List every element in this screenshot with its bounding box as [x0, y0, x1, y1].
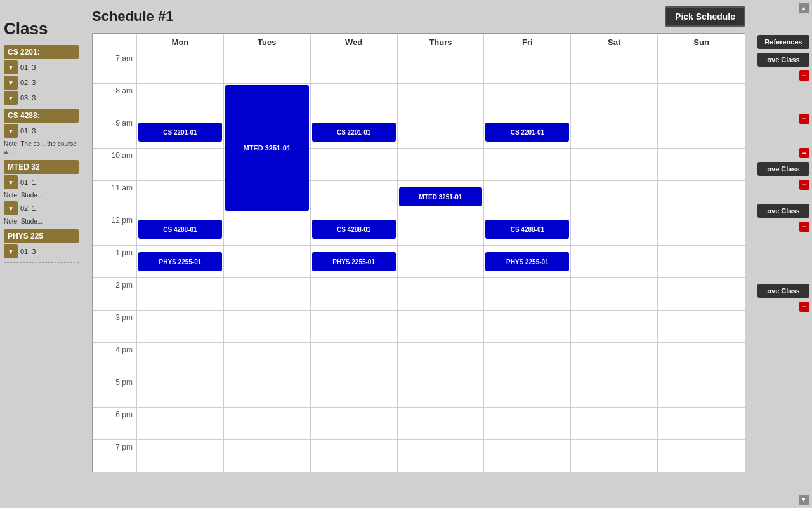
section-row: ▼ 01 3	[4, 244, 79, 258]
remove-cs2201-button[interactable]: ove Class	[757, 53, 809, 67]
section-dropdown-cs2201-02[interactable]: ▼	[4, 76, 18, 90]
header-mon: Mon	[137, 34, 224, 51]
section-label: 01 1	[20, 178, 36, 186]
cell-sun-7am	[658, 51, 745, 83]
phys2255-01-wed-block[interactable]: PHYS 2255-01	[312, 252, 396, 271]
cell-wed-3pm	[311, 311, 398, 342]
cell-sun-9am	[658, 116, 745, 148]
remove-mted32-red-button[interactable]: −	[799, 222, 809, 232]
cell-thurs-6pm	[398, 408, 485, 439]
cell-sat-12pm	[571, 213, 658, 245]
scroll-down-arrow[interactable]: ▼	[799, 495, 809, 505]
section-label: 02 1	[20, 204, 36, 212]
cell-fri-9am: CS 2201-01	[484, 116, 571, 148]
cell-sat-9am	[571, 116, 658, 148]
phys2255-01-fri-block[interactable]: PHYS 2255-01	[485, 252, 569, 271]
section-dropdown-mted32-01[interactable]: ▼	[4, 175, 18, 189]
cell-mon-7pm	[137, 440, 224, 472]
cs2201-01-mon-block[interactable]: CS 2201-01	[138, 123, 222, 142]
cell-fri-1pm: PHYS 2255-01	[484, 246, 571, 277]
section-label: 03 3	[20, 94, 36, 102]
course-header-mted32: MTED 32	[4, 160, 79, 174]
section-row: ▼ 01 3	[4, 60, 79, 74]
remove-phys225-button[interactable]: ove Class	[757, 284, 809, 298]
time-label-12pm: 12 pm	[93, 213, 137, 245]
header-wed: Wed	[311, 34, 398, 51]
cell-mon-2pm	[137, 278, 224, 310]
section-dropdown-cs2201-01[interactable]: ▼	[4, 60, 18, 74]
cell-sat-4pm	[571, 343, 658, 375]
section-dropdown-phys225-01[interactable]: ▼	[4, 244, 18, 258]
header-sat: Sat	[571, 34, 658, 51]
remove-mted32-button[interactable]: ove Class	[757, 204, 809, 218]
time-row-2pm: 2 pm	[93, 278, 745, 311]
phys2255-01-mon-block[interactable]: PHYS 2255-01	[138, 252, 222, 271]
cell-thurs-3pm	[398, 311, 485, 342]
cell-thurs-9am	[398, 116, 485, 148]
cell-sat-7am	[571, 51, 658, 83]
cell-fri-10am	[484, 149, 571, 180]
time-label-7am: 7 am	[93, 51, 137, 83]
divider	[4, 262, 79, 263]
mted-3251-01-tues-block[interactable]: MTED 3251-01	[225, 85, 309, 211]
time-label-5pm: 5 pm	[93, 375, 137, 407]
section-dropdown-mted32-02[interactable]: ▼	[4, 201, 18, 215]
cell-sat-5pm	[571, 375, 658, 407]
cell-thurs-1pm	[398, 246, 485, 277]
time-row-3pm: 3 pm	[93, 311, 745, 343]
cell-thurs-5pm	[398, 375, 485, 407]
cell-sat-3pm	[571, 311, 658, 342]
cell-thurs-2pm	[398, 278, 485, 310]
cell-fri-2pm	[484, 278, 571, 310]
preferences-button[interactable]: References	[757, 35, 809, 49]
cell-sun-12pm	[658, 213, 745, 245]
cell-wed-1pm: PHYS 2255-01	[311, 246, 398, 277]
calendar-grid: Mon Tues Wed Thurs Fri Sat Sun 7 am 8 am	[92, 33, 745, 472]
cell-fri-5pm	[484, 375, 571, 407]
time-row-7pm: 7 pm	[93, 440, 745, 472]
cell-mon-12pm: CS 4288-01	[137, 213, 224, 245]
cell-sat-8am	[571, 84, 658, 116]
cell-sun-5pm	[658, 375, 745, 407]
cell-fri-8am	[484, 84, 571, 116]
cs4288-01-wed-block[interactable]: CS 4288-01	[312, 220, 396, 239]
scroll-up-arrow[interactable]: ▲	[799, 3, 809, 13]
schedule-title: Schedule #1	[92, 8, 173, 25]
remove-cs2201-red-button[interactable]: −	[799, 70, 809, 81]
time-label-10am: 10 am	[93, 149, 137, 180]
time-label-7pm: 7 pm	[93, 440, 137, 472]
section-label: 01 3	[20, 64, 36, 71]
cs4288-01-fri-block[interactable]: CS 4288-01	[485, 220, 569, 239]
cell-wed-7am	[311, 51, 398, 83]
cell-sat-7pm	[571, 440, 658, 472]
course-note-mted32-2: Note: Stude...	[4, 217, 79, 225]
cs4288-01-mon-block[interactable]: CS 4288-01	[138, 220, 222, 239]
cell-sat-11am	[571, 181, 658, 213]
cs2201-01-fri-block[interactable]: CS 2201-01	[485, 123, 569, 142]
cell-tues-5pm	[224, 375, 311, 407]
remove-cs2201-red-button-2[interactable]: −	[799, 114, 809, 124]
cell-wed-10am	[311, 149, 398, 180]
header-thurs: Thurs	[398, 34, 485, 51]
time-label-1pm: 1 pm	[93, 246, 137, 277]
remove-cs4288-button[interactable]: ove Class	[757, 162, 809, 176]
pick-schedule-button[interactable]: Pick Schedule	[665, 6, 745, 27]
section-row: ▼ 02 3	[4, 76, 79, 90]
remove-cs4288-red-button[interactable]: −	[799, 180, 809, 190]
cell-fri-4pm	[484, 343, 571, 375]
cs2201-01-wed-block[interactable]: CS 2201-01	[312, 123, 396, 142]
cell-wed-5pm	[311, 375, 398, 407]
cell-mon-6pm	[137, 408, 224, 439]
remove-phys225-red-button[interactable]: −	[799, 302, 809, 312]
mted3251-01-thurs-block[interactable]: MTED 3251-01	[399, 187, 483, 206]
time-row-1pm: 1 pm PHYS 2255-01 PHYS 2255-01 PHYS 2255…	[93, 246, 745, 278]
section-dropdown-cs4288-01[interactable]: ▼	[4, 124, 18, 138]
cell-wed-4pm	[311, 343, 398, 375]
section-dropdown-cs2201-03[interactable]: ▼	[4, 91, 18, 105]
cell-sun-10am	[658, 149, 745, 180]
course-header-cs4288: CS 4288:	[4, 109, 79, 123]
cell-sun-2pm	[658, 278, 745, 310]
time-label-8am: 8 am	[93, 84, 137, 116]
cell-tues-7am	[224, 51, 311, 83]
remove-cs2201-red-button-3[interactable]: −	[799, 148, 809, 158]
